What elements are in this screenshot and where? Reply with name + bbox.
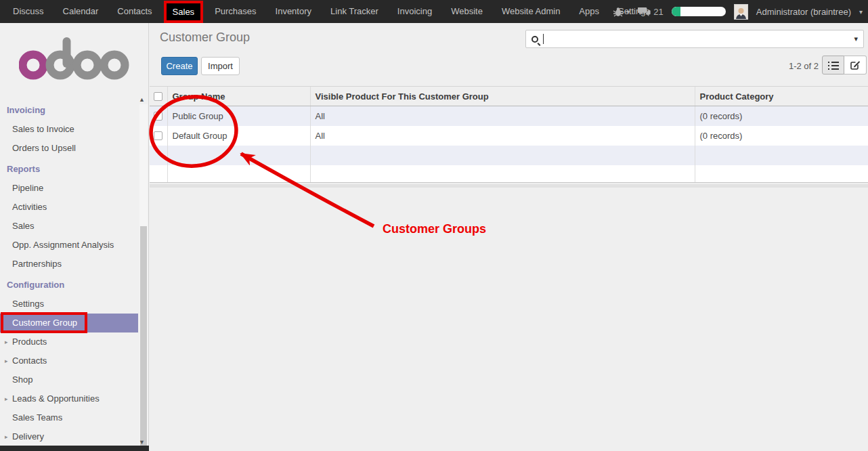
nav-item-apps[interactable]: Apps <box>569 0 609 23</box>
sidebar-bottom-strip <box>0 446 149 451</box>
search-icon <box>531 36 538 43</box>
sidebar-item-sales[interactable]: Sales <box>0 217 138 236</box>
expand-caret-icon[interactable]: ▸ <box>5 351 8 370</box>
sidebar-item-contacts[interactable]: ▸Contacts <box>0 351 138 370</box>
sidebar-item-customer-group[interactable]: Customer Group <box>0 314 138 332</box>
sidebar-menu: Invoicing Sales to Invoice Orders to Ups… <box>0 99 138 446</box>
sidebar-item-leads-opportunities[interactable]: ▸Leads & Opportunities <box>0 389 138 408</box>
avatar-person-icon <box>735 7 747 19</box>
bug-icon <box>613 7 624 17</box>
form-view-button[interactable] <box>844 56 867 74</box>
list-view-button[interactable] <box>822 56 844 74</box>
header-checkbox-cell <box>150 87 167 106</box>
sidebar-item-opp-assignment-analysis[interactable]: Opp. Assignment Analysis <box>0 236 138 255</box>
app-sidebar: ▲ Invoicing Sales to Invoice Orders to U… <box>0 23 149 451</box>
table-row[interactable]: Public Group All (0 records) <box>150 106 868 126</box>
nav-item-discuss[interactable]: Discuss <box>3 0 53 23</box>
list-view-icon <box>828 61 839 70</box>
nav-item-calendar[interactable]: Calendar <box>53 0 108 23</box>
debug-caret-icon: ▾ <box>626 8 630 16</box>
section-invoicing: Invoicing <box>0 101 138 120</box>
timer-progress-bar[interactable] <box>672 7 726 16</box>
nav-item-sales[interactable]: Sales <box>164 1 204 23</box>
cell-group-name[interactable]: Public Group <box>167 106 310 126</box>
table-row[interactable]: Default Group All (0 records) <box>150 126 868 146</box>
messages-count: 21 <box>653 7 663 17</box>
progress-fill <box>672 7 681 16</box>
sidebar-item-sales-to-invoice[interactable]: Sales to Invoice <box>0 120 138 139</box>
cell-product-category[interactable]: (0 records) <box>695 126 868 146</box>
table-empty-row <box>150 146 868 165</box>
debug-bug-icon[interactable]: ▾ <box>613 7 630 17</box>
nav-item-purchases[interactable]: Purchases <box>205 0 265 23</box>
user-menu-caret-icon: ▾ <box>859 8 863 16</box>
sidebar-item-label: Contacts <box>12 356 47 366</box>
edit-form-icon <box>850 60 861 70</box>
sidebar-scroll-down-icon[interactable]: ▼ <box>139 439 145 446</box>
create-button[interactable]: Create <box>161 57 198 75</box>
sidebar-item-label: Leads & Opportunities <box>12 393 100 404</box>
sidebar-item-sales-teams[interactable]: Sales Teams <box>0 408 138 427</box>
nav-item-website[interactable]: Website <box>441 0 492 23</box>
table-bottom-strip <box>150 184 868 188</box>
table-header-row: Group Name Visible Product For This Cust… <box>150 87 868 106</box>
sidebar-scrollbar[interactable] <box>139 104 148 451</box>
expand-caret-icon[interactable]: ▸ <box>5 427 8 446</box>
cell-visible-product[interactable]: All <box>310 126 695 146</box>
cell-group-name[interactable]: Default Group <box>167 126 310 146</box>
messages-indicator[interactable]: 21 <box>638 7 663 17</box>
cell-product-category[interactable]: (0 records) <box>695 106 868 126</box>
nav-item-inventory[interactable]: Inventory <box>266 0 321 23</box>
sidebar-item-partnerships[interactable]: Partnerships <box>0 255 138 274</box>
search-input[interactable] <box>544 30 854 47</box>
sidebar-item-shop[interactable]: Shop <box>0 370 138 389</box>
column-header-visible-product[interactable]: Visible Product For This Customer Group <box>310 87 695 106</box>
select-all-checkbox[interactable] <box>154 92 162 101</box>
sidebar-item-label: Products <box>12 337 47 347</box>
row-checkbox[interactable] <box>154 131 162 140</box>
table-empty-row <box>150 165 868 183</box>
column-header-group-name[interactable]: Group Name <box>167 87 310 106</box>
expand-caret-icon[interactable]: ▸ <box>5 332 8 351</box>
section-reports: Reports <box>0 160 138 179</box>
search-dropdown-caret-icon[interactable]: ▾ <box>854 35 858 43</box>
sidebar-item-activities[interactable]: Activities <box>0 198 138 217</box>
expand-caret-icon[interactable]: ▸ <box>5 389 8 408</box>
pager-counter: 1-2 of 2 <box>789 61 819 71</box>
customer-group-table: Group Name Visible Product For This Cust… <box>150 86 868 183</box>
nav-item-contacts[interactable]: Contacts <box>108 0 161 23</box>
sidebar-item-products[interactable]: ▸Products <box>0 332 138 351</box>
page-title: Customer Group <box>160 30 250 45</box>
nav-item-website-admin[interactable]: Website Admin <box>492 0 569 23</box>
user-menu[interactable]: Administrator (braintree) <box>756 7 851 17</box>
column-header-product-category[interactable]: Product Category <box>695 87 868 106</box>
main-content: Customer Group ▾ Create Import 1-2 of 2 … <box>150 23 868 451</box>
nav-item-link-tracker[interactable]: Link Tracker <box>321 0 388 23</box>
chat-bubbles-icon <box>638 7 651 17</box>
sidebar-item-label: Delivery <box>12 431 44 442</box>
sidebar-item-delivery[interactable]: ▸Delivery <box>0 427 138 446</box>
cell-visible-product[interactable]: All <box>310 106 695 126</box>
top-menu: Discuss Calendar Contacts Sales Purchase… <box>0 0 659 23</box>
view-switcher <box>822 56 867 74</box>
odoo-logo[interactable] <box>19 37 130 83</box>
sidebar-item-settings[interactable]: Settings <box>0 295 138 314</box>
sidebar-item-orders-to-upsell[interactable]: Orders to Upsell <box>0 139 138 158</box>
sidebar-scroll-up-icon[interactable]: ▲ <box>139 96 145 103</box>
search-bar: ▾ <box>525 30 864 48</box>
user-avatar[interactable] <box>734 4 748 20</box>
section-configuration: Configuration <box>0 276 138 295</box>
row-checkbox[interactable] <box>154 112 162 121</box>
nav-item-invoicing[interactable]: Invoicing <box>388 0 441 23</box>
import-button[interactable]: Import <box>201 57 240 75</box>
sidebar-scrollbar-thumb[interactable] <box>140 226 147 451</box>
sidebar-item-pipeline[interactable]: Pipeline <box>0 179 138 198</box>
top-navbar: Discuss Calendar Contacts Sales Purchase… <box>0 0 868 23</box>
